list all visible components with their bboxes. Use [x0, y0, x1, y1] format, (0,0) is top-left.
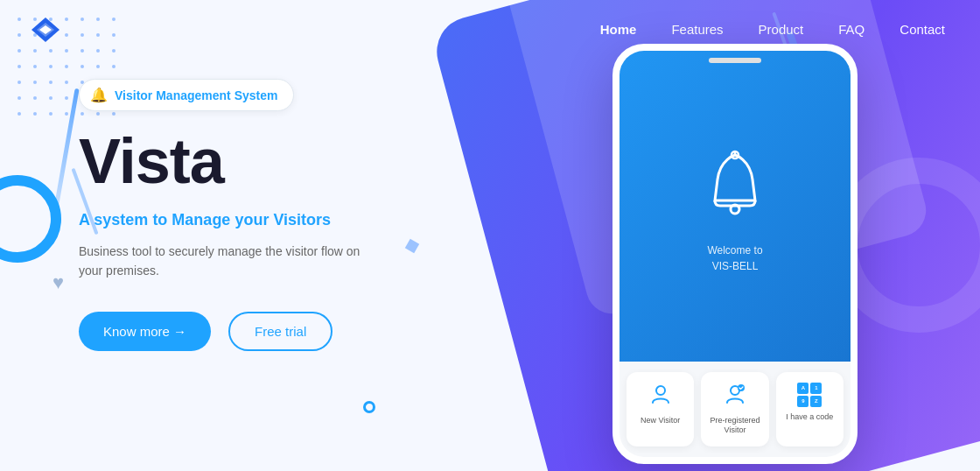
phone-top-area: Welcome to VIS-BELL [620, 51, 850, 362]
nav-links: Home Features Product FAQ Contact [600, 22, 945, 38]
cta-buttons: Know more → Free trial [79, 312, 385, 351]
phone-bell-icon [696, 146, 774, 228]
phone-option-preregistered: Pre-registered Visitor [701, 372, 768, 446]
logo-icon [26, 11, 65, 49]
preregistered-label: Pre-registered Visitor [706, 416, 763, 436]
nav-item-product[interactable]: Product [759, 22, 804, 38]
heart-decoration: ♥ [52, 271, 64, 294]
free-trial-button[interactable]: Free trial [228, 312, 332, 351]
hero-content: 🔔 Visitor Management System Vista A syst… [79, 79, 385, 351]
dot-decoration-bottom [363, 401, 375, 413]
phone-option-code: A 1 9 Z I have a code [776, 372, 844, 446]
new-visitor-icon [649, 383, 672, 411]
logo[interactable] [26, 11, 65, 49]
nav-item-faq[interactable]: FAQ [838, 22, 864, 38]
phone-screen: Welcome to VIS-BELL New Visitor [620, 51, 850, 457]
phone-option-new-visitor: New Visitor [626, 372, 694, 446]
nav-item-features[interactable]: Features [671, 22, 723, 38]
phone-welcome-text: Welcome to VIS-BELL [707, 243, 762, 274]
phone-bottom-area: New Visitor Pre-registered Visitor [620, 362, 850, 457]
nav-link-faq[interactable]: FAQ [838, 22, 864, 37]
phone-mockup: Welcome to VIS-BELL New Visitor [612, 44, 858, 464]
svg-point-3 [731, 205, 739, 214]
code-label: I have a code [786, 412, 833, 423]
phone-notch [709, 58, 761, 63]
hero-subtitle: A system to Manage your Visitors [79, 211, 385, 229]
nav-link-home[interactable]: Home [600, 22, 637, 37]
bell-icon: 🔔 [90, 87, 108, 103]
nav-item-contact[interactable]: Contact [900, 22, 945, 38]
svg-point-6 [656, 386, 665, 395]
code-icon: A 1 9 Z [797, 383, 822, 407]
know-more-button[interactable]: Know more → [79, 312, 211, 351]
badge: 🔔 Visitor Management System [79, 79, 294, 111]
nav-link-product[interactable]: Product [759, 22, 804, 37]
svg-point-8 [738, 384, 745, 391]
nav-link-contact[interactable]: Contact [900, 22, 945, 37]
preregistered-icon [724, 383, 746, 411]
badge-text: Visitor Management System [115, 88, 277, 102]
phone-frame: Welcome to VIS-BELL New Visitor [612, 44, 858, 464]
new-visitor-label: New Visitor [640, 416, 680, 426]
nav-link-features[interactable]: Features [671, 22, 723, 37]
hero-title: Vista [79, 129, 385, 195]
nav-item-home[interactable]: Home [600, 22, 637, 38]
hero-description: Business tool to securely manage the vis… [79, 242, 385, 281]
